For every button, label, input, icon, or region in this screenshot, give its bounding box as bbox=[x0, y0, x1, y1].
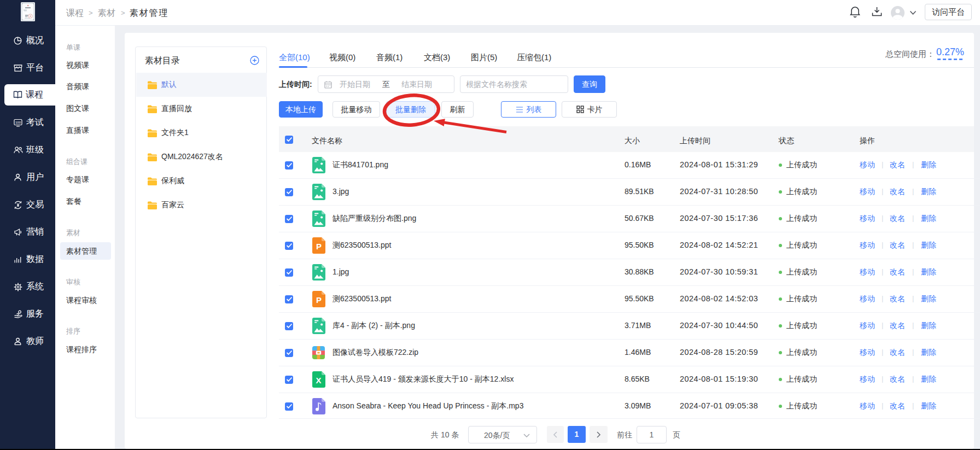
svg-text:100: 100 bbox=[15, 121, 21, 124]
